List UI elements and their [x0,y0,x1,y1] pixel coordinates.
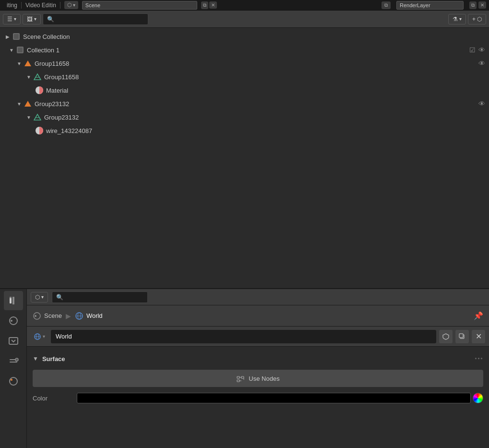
scene-close-btn[interactable]: ✕ [209,1,217,9]
render-layer-close-icon: ✕ [480,2,484,8]
render-layer-close-btn[interactable]: ✕ [478,1,486,9]
world-name-input[interactable] [51,330,436,343]
outliner-tree: ▶ Scene Collection ▼ Collection 1 ☑ [0,28,489,288]
use-nodes-button[interactable]: Use Nodes [33,370,483,387]
color-field[interactable] [77,393,483,403]
filter-icon: ⚗ [453,16,458,23]
display-arrow: ▾ [34,16,36,22]
svg-rect-14 [10,297,12,298]
group23132-row[interactable]: ▼ Group23132 👁 [0,97,489,110]
outliner-toolbar: ☰ ▾ 🖼 ▾ 🔍 ⚗ ▾ + ⬡ [0,11,489,28]
list-icon: ☰ [7,16,12,23]
scene-props-icon[interactable] [4,311,23,330]
close-icon: ✕ [211,2,215,8]
group23132-eye[interactable]: 👁 [478,100,485,108]
outliner-search-input[interactable] [57,16,144,23]
group11658-child-icon [33,72,42,82]
props-mode-dropdown[interactable]: ⬡ ▾ [31,292,48,303]
scene-name-input[interactable] [82,1,197,10]
svg-rect-34 [241,376,244,378]
world-type-btn[interactable]: ▾ [31,331,48,342]
new-collection-btn[interactable]: + ⬡ [468,14,486,24]
svg-point-21 [10,377,17,385]
surface-header[interactable]: ▼ Surface ··· [27,351,489,367]
wire-material-row[interactable]: wire_143224087 [0,124,489,137]
breadcrumb-separator: ▶ [66,312,71,320]
group11658-child-arrow: ▼ [25,74,33,80]
material-row[interactable]: Material [0,84,489,97]
render-layer-input[interactable] [396,1,464,10]
color-label: Color [33,395,71,402]
props-mode-icon: ⬡ [35,294,40,301]
material-icon [35,85,44,95]
video-editing-tab[interactable]: Video Editin [22,1,60,10]
scene-collection-icon [12,32,21,41]
render-layer-new-btn[interactable]: ⧉ [469,1,477,9]
color-swatch[interactable] [77,393,471,403]
nodes-icon [236,374,245,383]
world-copy-btn[interactable] [455,330,469,343]
props-sidebar [0,289,27,448]
mode-arrow: ▾ [14,16,16,22]
output-props-icon[interactable] [4,331,23,351]
breadcrumb-world-label: World [86,312,103,319]
svg-rect-32 [459,334,463,338]
scene-copy-icon: ⧉ [203,2,206,8]
world-selector-row: ▾ ✕ [27,327,489,347]
collection1-check[interactable]: ☑ [469,46,476,54]
group11658-row[interactable]: ▼ Group11658 👁 [0,57,489,70]
world-close-btn[interactable]: ✕ [472,330,485,343]
group11658-eye[interactable]: 👁 [478,60,485,67]
group23132-arrow: ▼ [15,101,23,107]
editing-tab[interactable]: iting [3,1,21,10]
props-search-input[interactable] [66,294,143,301]
world-props-icon[interactable] [4,372,23,391]
collection1-row[interactable]: ▼ Collection 1 ☑ 👁 [0,43,489,57]
svg-rect-19 [10,362,17,363]
group11658-arrow: ▼ [15,61,23,66]
world-type-arrow: ▾ [43,334,45,339]
props-search-icon: 🔍 [56,294,63,301]
display-mode-dropdown[interactable]: 🖼 ▾ [23,14,41,24]
scene-breadcrumb-icon [33,312,41,320]
breadcrumb-world[interactable]: World [75,312,103,320]
props-search-container: 🔍 [52,291,148,303]
group23132-child-label: Group23132 [44,114,485,121]
group11658-icon [23,59,33,68]
scene-collection-row[interactable]: ▶ Scene Collection [0,30,489,43]
editor-type-dropdown[interactable]: ⬡ ▾ [64,1,78,9]
render-layer-copy-icon: ⧉ [471,2,475,8]
shield-icon [442,333,449,340]
pin-button[interactable]: 📌 [474,311,483,320]
group23132-child-row[interactable]: ▼ Group23132 [0,110,489,124]
filter-btn[interactable]: ⚗ ▾ [448,14,466,24]
outliner-toolbar-right: ⚗ ▾ + ⬡ [448,14,486,24]
color-row: Color [27,390,489,406]
svg-point-20 [15,358,18,361]
wire-material-icon [35,126,44,135]
outliner-search-container: 🔍 [43,13,148,25]
color-circle[interactable] [473,393,483,403]
breadcrumb-scene[interactable]: Scene [33,312,62,320]
tools-sidebar-icon[interactable] [4,291,23,310]
surface-title: Surface [42,355,65,363]
view-layer-props-icon[interactable] [4,351,23,371]
scene-new-btn[interactable]: ⧉ [201,1,208,9]
collection1-actions: ☑ 👁 [469,46,485,54]
use-nodes-label: Use Nodes [249,375,279,382]
surface-options-btn[interactable]: ··· [475,354,483,364]
svg-rect-12 [10,298,12,303]
add-collection-icon: + [472,16,476,23]
scene-collection-label: Scene Collection [23,33,485,40]
view-layer-dropdown[interactable]: ⧉ [382,1,391,9]
svg-rect-3 [18,48,23,52]
group11658-child-row[interactable]: ▼ Group11658 [0,70,489,84]
world-close-icon: ✕ [476,332,482,341]
properties-panel: ⬡ ▾ 🔍 Scene ▶ [0,289,489,448]
header-divider-2 [60,2,60,9]
props-main: ⬡ ▾ 🔍 Scene ▶ [27,289,489,448]
outliner-mode-dropdown[interactable]: ☰ ▾ [3,14,21,24]
dropdown-arrow: ▾ [73,2,75,8]
collection1-eye[interactable]: 👁 [478,46,485,54]
world-shield-btn[interactable] [439,330,453,343]
